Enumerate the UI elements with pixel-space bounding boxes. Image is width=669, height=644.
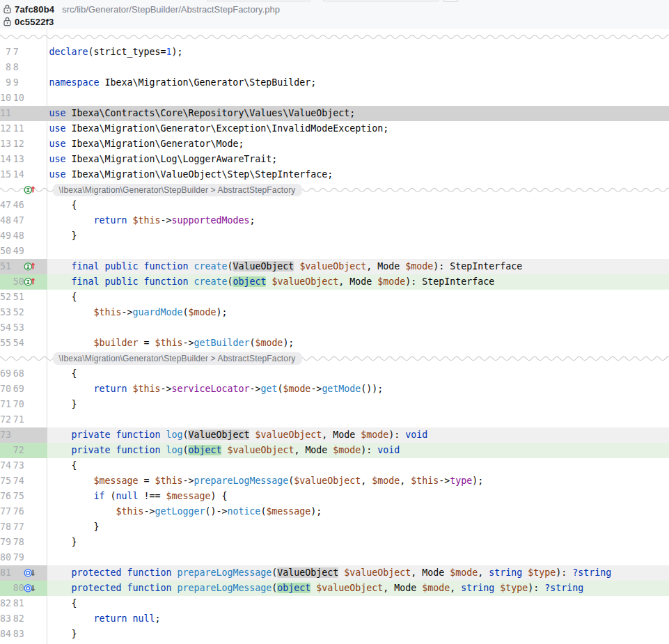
code-token: $mode (283, 384, 310, 394)
code-line[interactable]: } (49, 397, 77, 412)
diff-code-row[interactable]: 5554 $builder = $this->getBuilder($mode)… (0, 336, 669, 351)
diff-code-row[interactable]: 7877 } (0, 519, 669, 535)
code-line[interactable]: $this->guardMode($mode); (49, 305, 228, 320)
code-line[interactable]: return $this->serviceLocator->get($mode-… (49, 382, 384, 397)
diff-code-row[interactable]: 7473 { (0, 458, 669, 473)
diff-code-row[interactable]: 72 private function log(object $valueObj… (0, 443, 669, 458)
code-line[interactable]: private function log(object $valueObject… (49, 443, 400, 458)
code-token: private (71, 445, 110, 455)
code-token: !== (138, 491, 166, 501)
implements-method-gutter-icon[interactable] (23, 183, 37, 196)
diff-code-row[interactable]: 73 private function log(ValueObject $val… (0, 427, 669, 443)
diff-code-row[interactable]: 1413use Ibexa\Migration\Log\LoggerAwareT… (0, 152, 669, 167)
diff-code-row[interactable]: 7978 } (0, 535, 669, 550)
code-token: use (49, 154, 66, 164)
collapsed-region-context-label[interactable]: \Ibexa\Migration\Generator\StepBuilder >… (53, 184, 302, 196)
diff-code-row[interactable]: 8281 { (0, 596, 669, 611)
code-line[interactable]: } (49, 535, 77, 550)
code-line[interactable]: protected function prepareLogMessage(Val… (49, 565, 612, 581)
diff-code-row[interactable]: 7776 $this->getLogger()->notice($message… (0, 504, 669, 519)
code-line[interactable]: final public function create(object $val… (49, 274, 495, 290)
code-line[interactable]: protected function prepareLogMessage(obj… (49, 581, 584, 596)
code-line[interactable]: } (49, 228, 77, 244)
code-line[interactable]: } (49, 627, 77, 642)
collapsed-region-context-label[interactable]: \Ibexa\Migration\Generator\StepBuilder >… (53, 352, 302, 365)
code-line[interactable]: return $this->supportedModes; (49, 213, 255, 228)
code-line[interactable]: final public function create(ValueObject… (49, 259, 523, 274)
diff-code-row[interactable]: 7170 } (0, 397, 669, 412)
diff-code-row[interactable]: 1211use Ibexa\Migration\Generator\Except… (0, 121, 669, 136)
implements-method-gutter-icon[interactable] (23, 275, 37, 288)
code-line[interactable]: use Ibexa\Migration\Generator\Mode; (49, 136, 244, 152)
code-line[interactable]: private function log(ValueObject $valueO… (49, 427, 428, 443)
code-token: if (93, 491, 104, 501)
file-path: src/lib/Generator/StepBuilder/AbstractSt… (62, 4, 280, 15)
code-line[interactable]: { (49, 596, 77, 611)
code-line[interactable]: declare(strict_types=1); (49, 45, 183, 60)
code-line[interactable]: if (null !== $message) { (49, 489, 228, 504)
diff-code-row[interactable]: 88 (0, 60, 669, 75)
implements-method-gutter-icon[interactable] (23, 260, 37, 272)
diff-code-row[interactable]: 7069 return $this->serviceLocator->get($… (0, 382, 669, 397)
diff-code-row[interactable]: 7574 $message = $this->prepareLogMessage… (0, 473, 669, 489)
code-token: Mode (422, 567, 444, 578)
overridden-method-gutter-icon[interactable] (23, 581, 37, 594)
code-line[interactable]: { (49, 458, 77, 473)
code-token: $valueObject (316, 583, 383, 593)
diff-code-row[interactable]: 4948 } (0, 228, 669, 244)
diff-code-row[interactable]: 6968 { (0, 366, 669, 382)
diff-code-row[interactable]: 11use Ibexa\Contracts\Core\Repository\Va… (0, 106, 669, 121)
commit-row-2: 0c5522f3 (0, 15, 54, 28)
diff-code-row[interactable]: 5049 (0, 244, 669, 259)
old-line-number: 11 (0, 106, 11, 121)
diff-code-row[interactable]: 5352 $this->guardMode($mode); (0, 305, 669, 320)
diff-code-row[interactable]: 7675 if (null !== $message) { (0, 489, 669, 504)
code-line[interactable]: use Ibexa\Migration\Log\LoggerAwareTrait… (49, 152, 278, 167)
code-token: , (478, 567, 489, 578)
diff-code-row[interactable]: 8382 return null; (0, 611, 669, 627)
diff-code-row[interactable]: 77declare(strict_types=1); (0, 45, 669, 60)
diff-code-row[interactable]: 4746 { (0, 198, 669, 213)
code-line[interactable]: use Ibexa\Migration\ValueObject\Step\Ste… (49, 167, 333, 182)
code-line[interactable]: $this->getLogger()->notice($message); (49, 504, 322, 519)
diff-code-row[interactable]: 1010 (0, 91, 669, 106)
old-line-number: 52 (0, 290, 11, 305)
diff-block-separator[interactable] (0, 29, 669, 45)
diff-code-row[interactable]: 8079 (0, 550, 669, 565)
diff-code-row[interactable]: 7271 (0, 412, 669, 427)
collapsed-region-separator[interactable]: \Ibexa\Migration\Generator\StepBuilder >… (0, 182, 669, 198)
code-line[interactable]: } (49, 519, 100, 535)
diff-code-row[interactable]: 5251 { (0, 290, 669, 305)
code-line[interactable]: use Ibexa\Migration\Generator\Exception\… (49, 121, 389, 136)
diff-code-row[interactable]: 50 final public function create(object $… (0, 274, 669, 290)
code-token: return (93, 215, 127, 226)
diff-code-row[interactable]: 81 protected function prepareLogMessage(… (0, 565, 669, 581)
code-token: $this (132, 384, 160, 394)
diff-code-row[interactable]: 1514use Ibexa\Migration\ValueObject\Step… (0, 167, 669, 182)
code-token: { (49, 292, 77, 302)
code-token (49, 384, 94, 394)
diff-code-row[interactable]: 8483 } (0, 627, 669, 642)
diff-code-row[interactable]: 51 final public function create(ValueObj… (0, 259, 669, 274)
code-line[interactable]: $message = $this->prepareLogMessage($val… (49, 473, 484, 489)
diff-code-row[interactable]: 4847 return $this->supportedModes; (0, 213, 669, 228)
code-token: StepInterface (450, 261, 522, 272)
diff-editor[interactable]: 77declare(strict_types=1);8899namespace … (0, 29, 669, 644)
overridden-method-gutter-icon[interactable] (23, 566, 37, 579)
diff-code-row[interactable]: 99namespace Ibexa\Migration\Generator\St… (0, 75, 669, 91)
diff-code-row[interactable]: 80 protected function prepareLogMessage(… (0, 581, 669, 596)
code-token: use (49, 139, 66, 149)
code-line[interactable]: namespace Ibexa\Migration\Generator\Step… (49, 75, 317, 91)
code-token: ValueObject (233, 261, 294, 272)
diff-code-row[interactable]: 5453 (0, 320, 669, 336)
code-token: ValueObject (277, 567, 338, 578)
code-line[interactable]: { (49, 198, 77, 213)
code-line[interactable]: return null; (49, 611, 161, 627)
code-line[interactable]: { (49, 366, 77, 382)
collapsed-region-separator[interactable]: \Ibexa\Migration\Generator\StepBuilder >… (0, 351, 669, 366)
code-line[interactable]: { (49, 290, 77, 305)
code-line[interactable]: $builder = $this->getBuilder($mode); (49, 336, 294, 351)
new-line-number: 83 (13, 627, 24, 642)
code-line[interactable]: use Ibexa\Contracts\Core\Repository\Valu… (49, 106, 356, 121)
diff-code-row[interactable]: 1312use Ibexa\Migration\Generator\Mode; (0, 136, 669, 152)
